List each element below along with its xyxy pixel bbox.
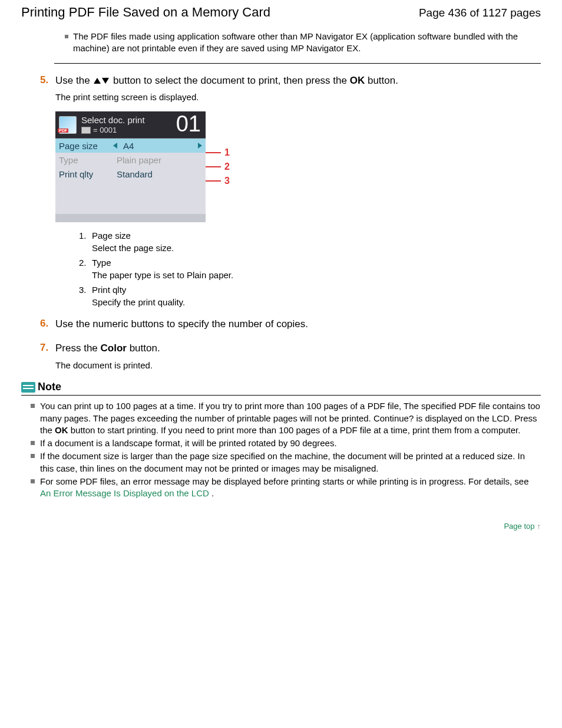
page-top-link[interactable]: Page top (504, 522, 534, 531)
note-icon (21, 382, 35, 393)
callout-1: 1 (206, 146, 230, 160)
lcd-row-print-qlty: Print qlty Standard (55, 167, 206, 181)
memory-card-icon (81, 127, 91, 134)
ok-button-label: OK (55, 425, 68, 435)
note-item: If the document size is larger than the … (31, 450, 541, 475)
color-button-label: Color (101, 342, 127, 354)
lcd-subtitle: = 0001 (81, 126, 145, 134)
note-item: For some PDF files, an error message may… (31, 476, 541, 500)
lcd-row-page-size: Page size A4 (55, 139, 206, 153)
step-6-text: Use the numeric buttons to specify the n… (55, 318, 541, 331)
error-message-link[interactable]: An Error Message Is Displayed on the LCD (40, 488, 209, 498)
note-item: You can print up to 100 pages at a time.… (31, 400, 541, 436)
note-item: If a document is a landscape format, it … (31, 437, 541, 449)
top-note-block: The PDF files made using application sof… (21, 31, 541, 64)
step-number: 6. (40, 318, 48, 330)
step-number: 7. (40, 342, 48, 354)
step-7-text: Press the Color button. (55, 342, 541, 355)
callout-3: 3 (206, 174, 230, 188)
top-note-item: The PDF files made using application sof… (65, 31, 541, 55)
note-title: Note (38, 381, 61, 393)
step-5-text: Use the button to select the document to… (55, 74, 541, 88)
up-down-arrows-icon (94, 74, 109, 88)
page-title: Printing PDF File Saved on a Memory Card (21, 5, 270, 20)
note-list: You can print up to 100 pages at a time.… (21, 400, 541, 499)
legend-item: 1. Page size Select the page size. (79, 230, 541, 253)
step-5: 5. Use the button to select the document… (21, 74, 541, 308)
left-arrow-icon (113, 143, 117, 149)
step-7: 7. Press the Color button. The document … (21, 342, 541, 370)
right-arrow-icon (198, 143, 202, 149)
pdf-file-icon (59, 116, 77, 134)
page-header: Printing PDF File Saved on a Memory Card… (21, 0, 541, 31)
note-heading: Note (21, 381, 541, 396)
lcd-row-type: Type Plain paper (55, 153, 206, 167)
page-top-nav: Page top↑ (21, 521, 541, 531)
callout-2: 2 (206, 160, 230, 174)
step-number: 5. (40, 74, 48, 86)
lcd-legend-list: 1. Page size Select the page size. 2. Ty… (79, 230, 541, 307)
legend-item: 2. Type The paper type is set to Plain p… (79, 258, 541, 280)
lcd-callouts: 1 2 3 (206, 111, 230, 222)
step-5-subtext: The print setting screen is displayed. (55, 92, 541, 102)
lcd-copy-count: 01 (176, 111, 201, 137)
divider (54, 63, 541, 64)
step-7-subtext: The document is printed. (55, 360, 541, 370)
page-indicator: Page 436 of 1127 pages (419, 6, 541, 19)
step-6: 6. Use the numeric buttons to specify th… (21, 318, 541, 331)
lcd-screenshot: Select doc. print = 0001 01 Page size (55, 111, 206, 222)
lcd-title: Select doc. print (81, 115, 145, 126)
up-arrow-icon: ↑ (537, 522, 541, 531)
legend-item: 3. Print qlty Specify the print quality. (79, 285, 541, 307)
ok-button-label: OK (350, 75, 365, 86)
